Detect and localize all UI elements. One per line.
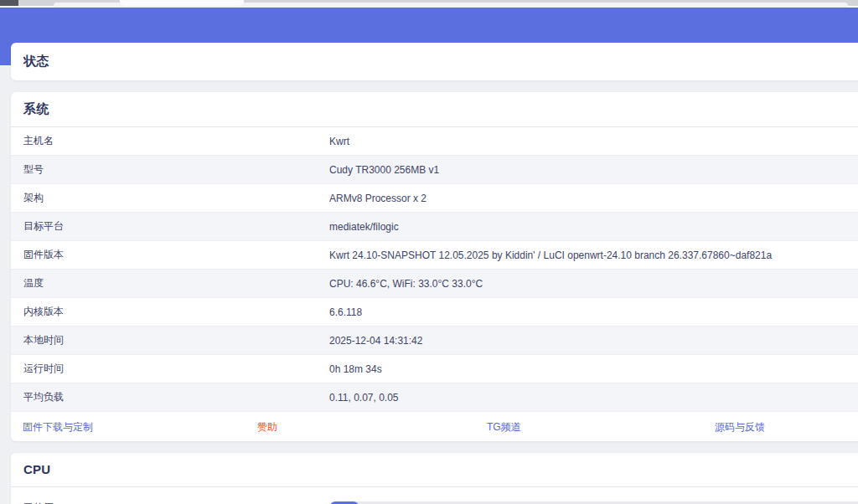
cpu-card: CPU 已使用 5% / 100% xyxy=(11,453,858,504)
row-label: 平均负载 xyxy=(11,390,329,404)
row-label: 固件版本 xyxy=(11,248,329,262)
table-row-firmware-version: 固件版本 Kwrt 24.10-SNAPSHOT 12.05.2025 by K… xyxy=(11,241,858,270)
browser-chrome xyxy=(0,0,858,8)
main-content: 状态 系统 主机名 Kwrt 型号 Cudy TR3000 256MB v1 架… xyxy=(11,43,858,504)
row-label: 主机名 xyxy=(11,134,329,148)
page-title-card: 状态 xyxy=(11,43,858,80)
row-label: 本地时间 xyxy=(11,333,329,347)
page-title: 状态 xyxy=(23,54,858,69)
cpu-progress-bar: 5% / 100% xyxy=(329,501,858,504)
row-value: ARMv8 Processor x 2 xyxy=(329,193,426,204)
table-row-uptime: 运行时间 0h 18m 34s xyxy=(11,355,858,383)
browser-corner xyxy=(0,0,18,6)
system-section-title: 系统 xyxy=(23,101,49,116)
row-label: 架构 xyxy=(11,191,329,205)
link-firmware-download[interactable]: 固件下载与定制 xyxy=(23,420,93,435)
row-value: 0h 18m 34s xyxy=(329,363,382,375)
row-label: 温度 xyxy=(11,276,329,291)
row-value: 6.6.118 xyxy=(329,306,362,318)
cpu-usage-row: 已使用 5% / 100% xyxy=(11,487,858,504)
table-row-local-time: 本地时间 2025-12-04 14:31:42 xyxy=(11,327,858,355)
table-row-hostname: 主机名 Kwrt xyxy=(11,127,858,156)
cpu-section-head: CPU xyxy=(11,453,858,487)
row-label: 型号 xyxy=(11,162,329,177)
row-label: 运行时间 xyxy=(11,362,329,376)
table-row-target-platform: 目标平台 mediatek/filogic xyxy=(11,213,858,241)
table-row-kernel-version: 内核版本 6.6.118 xyxy=(11,298,858,327)
system-card: 系统 主机名 Kwrt 型号 Cudy TR3000 256MB v1 架构 A… xyxy=(11,92,858,441)
browser-tab[interactable] xyxy=(120,0,244,6)
link-tg-channel[interactable]: TG频道 xyxy=(487,420,521,435)
system-section-head: 系统 xyxy=(11,92,858,127)
row-value: 2025-12-04 14:31:42 xyxy=(329,335,422,347)
cpu-usage-label: 已使用 xyxy=(11,501,329,504)
row-value: Kwrt xyxy=(329,136,349,147)
table-row-model: 型号 Cudy TR3000 256MB v1 xyxy=(11,156,858,184)
row-value: Kwrt 24.10-SNAPSHOT 12.05.2025 by Kiddin… xyxy=(329,249,772,261)
row-value: Cudy TR3000 256MB v1 xyxy=(329,164,439,176)
row-value: mediatek/filogic xyxy=(329,221,399,233)
table-row-temperature: 温度 CPU: 46.6°C, WiFi: 33.0°C 33.0°C xyxy=(11,270,858,298)
cpu-progress-text: 5% / 100% xyxy=(329,501,858,504)
table-row-load-average: 平均负载 0.11, 0.07, 0.05 xyxy=(11,383,858,412)
row-label: 内核版本 xyxy=(11,305,329,319)
cpu-section-title: CPU xyxy=(23,462,50,476)
row-label: 目标平台 xyxy=(11,219,329,234)
footer-links-row: 固件下载与定制 赞助 TG频道 源码与反馈 xyxy=(11,412,858,441)
link-source-feedback[interactable]: 源码与反馈 xyxy=(715,420,765,435)
row-value: CPU: 46.6°C, WiFi: 33.0°C 33.0°C xyxy=(329,278,483,290)
table-row-architecture: 架构 ARMv8 Processor x 2 xyxy=(11,184,858,213)
link-sponsor[interactable]: 赞助 xyxy=(257,420,277,435)
row-value: 0.11, 0.07, 0.05 xyxy=(329,392,399,404)
